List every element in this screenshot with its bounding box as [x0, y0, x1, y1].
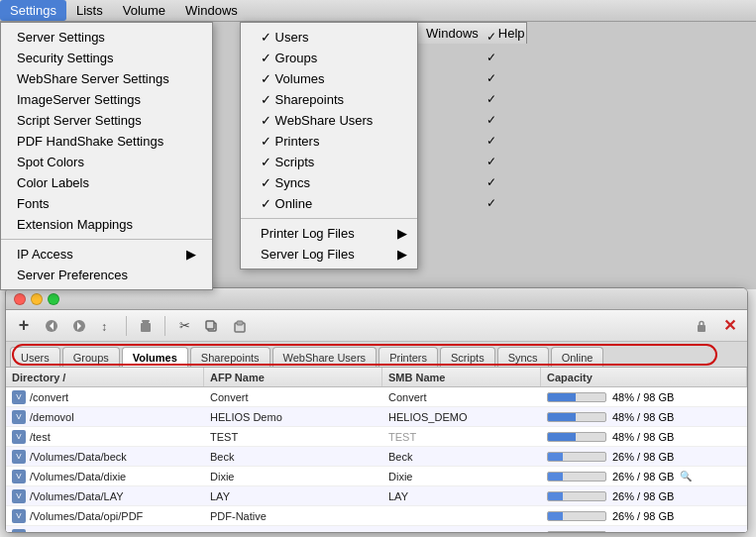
lock-button[interactable]	[690, 314, 713, 338]
tab-printers[interactable]: Printers	[378, 347, 438, 367]
cell-directory-1: V /demovol	[6, 408, 204, 426]
lists-menu-printers[interactable]: ✓ Printers	[241, 131, 417, 152]
titlebar	[6, 288, 747, 310]
col-header-capacity: Capacity	[541, 368, 747, 386]
menu-color-labels[interactable]: Color Labels	[1, 172, 212, 193]
table-header: Directory / AFP Name SMB Name Capacity	[6, 368, 747, 387]
main-window: + ↕ ✂	[5, 287, 748, 533]
tab-scripts[interactable]: Scripts	[440, 347, 495, 367]
second-menu-windows[interactable]: Windows	[416, 23, 488, 44]
tab-syncs[interactable]: Syncs	[497, 347, 549, 367]
tab-webshare-users[interactable]: WebShare Users	[272, 347, 378, 367]
bg-menubar: Settings Lists Volume Windows	[0, 0, 756, 22]
tab-sharepoints[interactable]: Sharepoints	[190, 347, 270, 367]
cell-afp-2: TEST	[204, 429, 382, 445]
lists-dropdown: ✓ Users ✓ Groups ✓ Volumes ✓ Sharepoints…	[240, 22, 418, 269]
svg-rect-9	[206, 321, 214, 329]
back-button[interactable]	[40, 314, 63, 338]
cell-afp-6: PDF-Native	[204, 508, 382, 524]
progress-fill-6	[548, 512, 563, 520]
lists-menu-groups[interactable]: ✓ Groups	[241, 48, 417, 68]
lists-menu-users[interactable]: ✓ Users	[241, 27, 417, 48]
menu-pdf-handshake-settings[interactable]: PDF HandShake Settings	[1, 131, 212, 152]
menu-security-settings[interactable]: Security Settings	[1, 48, 212, 68]
cut-button[interactable]: ✂	[172, 314, 196, 338]
progress-bar-1	[547, 412, 606, 422]
svg-text:↕: ↕	[101, 320, 107, 334]
table-row: V /Volumes/Data/opi/PDF PDF-Native 26% /…	[6, 506, 747, 526]
minimize-button[interactable]	[31, 293, 43, 305]
menu-imageserver-settings[interactable]: ImageServer Settings	[1, 89, 212, 110]
settings-dropdown: Server Settings Security Settings WebSha…	[0, 22, 213, 290]
tab-groups[interactable]: Groups	[62, 347, 120, 367]
tab-volumes[interactable]: Volumes	[122, 347, 188, 367]
bg-menu-windows[interactable]: Windows	[175, 0, 248, 21]
cell-directory-2: V /test	[6, 428, 204, 446]
cell-directory-5: V /Volumes/Data/LAY	[6, 487, 204, 505]
bg-menu-lists[interactable]: Lists	[66, 0, 113, 21]
cell-directory-0: V /convert	[6, 388, 204, 406]
lists-menu-scripts[interactable]: ✓ Scripts	[241, 152, 417, 172]
cell-afp-1: HELIOS Demo	[204, 409, 382, 425]
tab-online[interactable]: Online	[551, 347, 604, 367]
copy-button[interactable]	[200, 314, 224, 338]
lists-menu-volumes[interactable]: ✓ Volumes	[241, 68, 417, 89]
delete-button[interactable]	[134, 314, 158, 338]
volume-icon: V	[12, 390, 26, 404]
cell-directory-6: V /Volumes/Data/opi/PDF	[6, 507, 204, 525]
table-row: V /convert Convert Convert 48% / 98 GB	[6, 387, 747, 407]
lists-menu-webshare-users[interactable]: ✓ WebShare Users	[241, 110, 417, 131]
progress-fill-5	[548, 492, 563, 500]
menu-server-preferences[interactable]: Server Preferences	[1, 265, 212, 285]
refresh-button[interactable]: ↕	[95, 314, 119, 338]
toolbar-separator-1	[126, 316, 127, 336]
progress-bar-6	[547, 511, 606, 521]
progress-fill-4	[548, 473, 563, 481]
paste-button[interactable]	[228, 314, 252, 338]
menu-server-settings[interactable]: Server Settings	[1, 27, 212, 48]
lists-menu-online[interactable]: ✓ Online	[241, 193, 417, 214]
bg-menu-settings[interactable]: Settings	[0, 0, 66, 21]
menu-script-server-settings[interactable]: Script Server Settings	[1, 110, 212, 131]
zoom-button[interactable]	[48, 293, 59, 305]
close-x-button[interactable]: ✕	[717, 314, 741, 338]
ip-access-arrow-icon: ▶	[186, 247, 196, 262]
table-row: V /demovol HELIOS Demo HELIOS_DEMO 48% /…	[6, 407, 747, 427]
volume-icon: V	[12, 470, 26, 483]
menu-webshare-server-settings[interactable]: WebShare Server Settings	[1, 68, 212, 89]
magnifier-icon[interactable]: 🔍	[680, 471, 692, 482]
menu-extension-mappings[interactable]: Extension Mappings	[1, 214, 212, 235]
table-body: V /convert Convert Convert 48% / 98 GB V…	[6, 387, 747, 533]
tab-users[interactable]: Users	[10, 347, 60, 367]
cell-directory-3: V /Volumes/Data/beck	[6, 448, 204, 466]
toolbar-separator-2	[164, 316, 165, 336]
svg-rect-11	[237, 321, 243, 325]
lists-menu-sharepoints[interactable]: ✓ Sharepoints	[241, 89, 417, 110]
cell-capacity-6: 26% / 98 GB	[541, 508, 747, 524]
progress-fill-1	[548, 413, 576, 421]
cell-smb-3: Beck	[382, 449, 541, 465]
forward-button[interactable]	[67, 314, 91, 338]
cell-afp-0: Convert	[204, 389, 382, 405]
volume-icon: V	[12, 489, 26, 503]
cell-capacity-4: 26% / 98 GB 🔍	[541, 469, 747, 484]
add-button[interactable]: +	[12, 314, 36, 338]
lists-divider	[241, 218, 417, 219]
table-row: V /Volumes/Data/opi/TIFF OPI-TIFF 26% / …	[6, 526, 747, 533]
menu-ip-access[interactable]: IP Access ▶	[1, 244, 212, 265]
lists-menu-syncs[interactable]: ✓ Syncs	[241, 172, 417, 193]
lists-menu-printer-log[interactable]: Printer Log Files ▶	[241, 223, 417, 244]
volume-icon: V	[12, 410, 26, 424]
progress-fill-3	[548, 453, 563, 461]
bg-menu-volume[interactable]: Volume	[113, 0, 175, 21]
menu-spot-colors[interactable]: Spot Colors	[1, 152, 212, 172]
menu-fonts[interactable]: Fonts	[1, 193, 212, 214]
col-header-smb: SMB Name	[382, 368, 541, 386]
cell-smb-2: TEST	[382, 429, 541, 445]
cell-afp-7: OPI-TIFF	[204, 528, 382, 534]
lists-menu-server-log[interactable]: Server Log Files ▶	[241, 244, 417, 265]
progress-bar-7	[547, 531, 606, 534]
close-button[interactable]	[14, 293, 26, 305]
printer-log-arrow-icon: ▶	[397, 226, 407, 241]
svg-rect-7	[142, 320, 150, 322]
